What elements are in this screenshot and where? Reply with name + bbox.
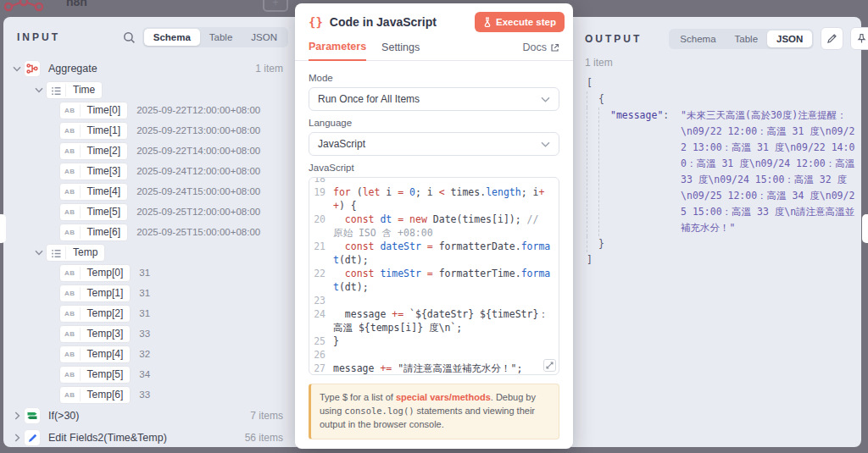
schema-field-row[interactable]: ABTime[6]2025-09-25T15:00:00+08:00: [10, 222, 287, 242]
field-pill[interactable]: ABTime[0]: [59, 102, 128, 119]
pin-data-button[interactable]: [850, 27, 868, 50]
field-pill[interactable]: ABTime[3]: [59, 163, 128, 180]
field-pill[interactable]: ABTemp[4]: [59, 345, 131, 363]
field-pill[interactable]: ABTime[5]: [59, 203, 128, 221]
tab-output-schema[interactable]: Schema: [670, 30, 725, 47]
field-group-pill[interactable]: Temp: [46, 244, 105, 262]
schema-field-row[interactable]: ABTime[5]2025-09-25T12:00:00+08:00: [10, 202, 287, 222]
schema-node-row[interactable]: Edit Fields2(Time&Temp)56 items: [10, 427, 287, 449]
editor-expand-button[interactable]: [543, 359, 556, 372]
schema-field-row[interactable]: ABTime[3]2025-09-24T12:00:00+08:00: [10, 161, 287, 181]
chevron-down-icon[interactable]: [32, 87, 46, 93]
json-line: [: [587, 75, 856, 91]
node-title[interactable]: Code in JavaScript: [330, 15, 437, 29]
mode-label: Mode: [309, 73, 559, 83]
line-number: 23: [309, 294, 333, 307]
add-node-button[interactable]: +: [263, 0, 288, 12]
field-name: Time[4]: [81, 184, 128, 200]
if-icon: [24, 407, 41, 424]
field-value: 32: [139, 349, 150, 359]
field-value: 2025-09-25T15:00:00+08:00: [136, 227, 260, 237]
schema-field-row[interactable]: ABTemp[5]34: [10, 364, 287, 384]
output-panel-header: OUTPUT Schema Table JSON: [571, 17, 861, 57]
expand-icon: [546, 362, 554, 369]
search-icon[interactable]: [123, 31, 136, 44]
schema-node-row[interactable]: Time: [10, 80, 287, 100]
code-text: for (let i = 0; i < times.length; i++) {: [333, 185, 559, 213]
schema-field-row[interactable]: ABTime[4]2025-09-24T15:00:00+08:00: [10, 181, 287, 202]
field-pill[interactable]: ABTime[2]: [59, 142, 128, 160]
output-title: OUTPUT: [585, 33, 642, 45]
code-line: 25}: [309, 334, 559, 348]
special-vars-link[interactable]: special vars/methods: [396, 392, 491, 402]
tab-settings[interactable]: Settings: [381, 41, 420, 60]
field-pill[interactable]: ABTemp[6]: [59, 386, 131, 404]
string-type-badge: AB: [60, 165, 81, 178]
schema-field-row[interactable]: ABTemp[1]31: [10, 283, 287, 303]
field-value: 2025-09-22T13:00:00+08:00: [136, 125, 260, 135]
field-value: 31: [139, 288, 150, 298]
field-name: Time[3]: [81, 163, 128, 180]
field-value: 2025-09-22T14:00:00+08:00: [136, 146, 260, 156]
edit-output-button[interactable]: [821, 27, 843, 50]
field-pill[interactable]: ABTime[4]: [59, 183, 128, 201]
schema-field-row[interactable]: ABTime[1]2025-09-22T13:00:00+08:00: [10, 120, 287, 141]
tab-input-schema[interactable]: Schema: [144, 29, 200, 46]
chevron-right-icon[interactable]: [10, 412, 24, 420]
items-count: 1 item: [255, 63, 287, 75]
schema-field-row[interactable]: ABTemp[2]31: [10, 303, 287, 323]
tab-output-json[interactable]: JSON: [767, 30, 812, 47]
schema-field-row[interactable]: ABTemp[3]33: [10, 323, 287, 344]
field-pill[interactable]: ABTime[6]: [59, 224, 128, 241]
field-value: 2025-09-24T12:00:00+08:00: [136, 166, 260, 176]
panel-drag-handle-left[interactable]: [0, 214, 6, 243]
field-pill[interactable]: ABTime[1]: [59, 122, 128, 140]
field-name: Temp[3]: [81, 326, 131, 342]
string-type-badge: AB: [60, 287, 81, 300]
schema-node-row[interactable]: Aggregate1 item: [10, 58, 287, 80]
editor-hint: Type $ for a list of special vars/method…: [309, 384, 559, 439]
schema-node-row[interactable]: If(>30)7 items: [10, 405, 287, 427]
field-pill[interactable]: ABTemp[1]: [59, 285, 131, 302]
field-name: Time[2]: [81, 143, 128, 159]
language-value: JavaScript: [318, 138, 541, 150]
chevron-right-icon[interactable]: [10, 434, 24, 442]
hint-code: console.log(): [344, 406, 414, 416]
field-value: 33: [139, 389, 150, 400]
field-pill[interactable]: ABTemp[2]: [59, 305, 131, 323]
field-name: Time[1]: [81, 123, 128, 139]
field-group-pill[interactable]: Time: [46, 81, 103, 99]
input-panel-header: INPUT Schema Table JSON: [3, 17, 297, 54]
tab-parameters[interactable]: Parameters: [309, 41, 366, 61]
field-name: Time[0]: [81, 102, 128, 119]
field-pill[interactable]: ABTemp[0]: [59, 264, 131, 282]
field-value: 2025-09-22T12:00:00+08:00: [136, 105, 260, 115]
docs-link[interactable]: Docs: [523, 41, 559, 60]
string-type-badge: AB: [60, 368, 81, 381]
string-type-badge: AB: [60, 206, 81, 218]
json-line: }: [587, 236, 856, 252]
tab-output-table[interactable]: Table: [726, 30, 768, 47]
schema-field-row[interactable]: ABTime[0]2025-09-22T12:00:00+08:00: [10, 100, 287, 120]
schema-field-row[interactable]: ABTemp[6]33: [10, 384, 287, 405]
schema-node-row[interactable]: Temp: [10, 242, 287, 262]
field-name: Time[5]: [81, 204, 128, 220]
field-pill[interactable]: ABTemp[3]: [59, 325, 131, 343]
language-select[interactable]: JavaScript: [309, 132, 559, 156]
chevron-down-icon[interactable]: [32, 250, 46, 256]
json-key: "message": [610, 108, 663, 236]
chevron-down-icon[interactable]: [10, 66, 24, 72]
schema-field-row[interactable]: ABTime[2]2025-09-22T14:00:00+08:00: [10, 141, 287, 161]
pencil-icon: [826, 33, 837, 44]
code-editor[interactable]: 1819for (let i = 0; i < times.length; i+…: [309, 177, 559, 375]
schema-field-row[interactable]: ABTemp[0]31: [10, 262, 287, 283]
tab-input-table[interactable]: Table: [200, 29, 242, 46]
panel-drag-handle-right[interactable]: [862, 214, 868, 243]
chevron-down-icon: [541, 141, 550, 147]
field-pill[interactable]: ABTemp[5]: [59, 366, 131, 384]
schema-field-row[interactable]: ABTemp[4]32: [10, 344, 287, 364]
tab-input-json[interactable]: JSON: [242, 29, 287, 46]
code-line: 21 const dateStr = formatterDate.format(…: [309, 240, 559, 267]
mode-select[interactable]: Run Once for All Items: [309, 87, 559, 111]
execute-step-button[interactable]: Execute step: [475, 12, 565, 32]
